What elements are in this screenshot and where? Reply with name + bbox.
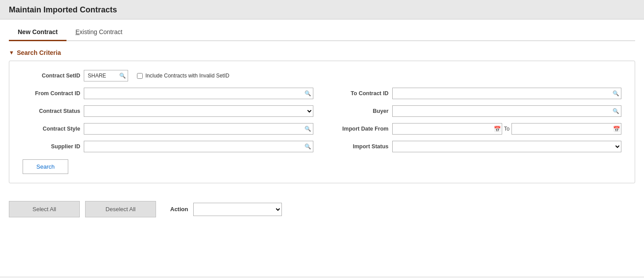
select-all-button[interactable]: Select All bbox=[9, 201, 80, 217]
search-button-row: Search bbox=[23, 159, 621, 174]
buyer-field[interactable]: 🔍 bbox=[392, 105, 622, 117]
supplier-id-label: Supplier ID bbox=[23, 143, 80, 150]
page-title: Maintain Imported Contracts bbox=[9, 5, 635, 15]
contract-style-search-button[interactable]: 🔍 bbox=[303, 125, 313, 133]
include-invalid-label: Include Contracts with Invalid SetID bbox=[145, 73, 229, 79]
to-contract-id-row: To Contract ID 🔍 bbox=[331, 88, 622, 99]
contract-style-field[interactable]: 🔍 bbox=[84, 123, 313, 135]
from-contract-id-field[interactable]: 🔍 bbox=[84, 88, 313, 99]
from-contract-id-label: From Contract ID bbox=[23, 90, 80, 97]
chevron-down-icon: ▼ bbox=[9, 50, 14, 56]
contract-setid-field[interactable]: SHARE 🔍 bbox=[84, 70, 128, 81]
from-contract-id-row: From Contract ID 🔍 bbox=[23, 88, 313, 99]
import-date-from-label: Import Date From bbox=[331, 126, 389, 132]
search-panel: Contract SetID SHARE 🔍 Include Contracts… bbox=[9, 61, 635, 183]
supplier-id-input[interactable] bbox=[84, 141, 303, 152]
buyer-input[interactable] bbox=[393, 106, 611, 116]
include-invalid-row: Include Contracts with Invalid SetID bbox=[137, 73, 229, 79]
tab-new-contract[interactable]: New Contract bbox=[9, 24, 66, 41]
contract-setid-value: SHARE bbox=[86, 73, 119, 79]
import-date-to-separator: To bbox=[504, 126, 510, 132]
supplier-id-row: Supplier ID 🔍 bbox=[23, 141, 313, 152]
contract-status-select[interactable] bbox=[84, 105, 313, 117]
form-grid: From Contract ID 🔍 To Contract ID 🔍 Cont… bbox=[23, 88, 621, 152]
contract-style-input[interactable] bbox=[84, 124, 303, 134]
contract-style-label: Contract Style bbox=[23, 126, 80, 132]
buyer-row: Buyer 🔍 bbox=[331, 105, 622, 117]
import-date-to-field[interactable]: 📅 bbox=[511, 123, 621, 135]
bottom-bar: Select All Deselect All Action bbox=[9, 197, 635, 222]
import-date-to-calendar-button[interactable]: 📅 bbox=[613, 126, 620, 132]
tabs-bar: New Contract Existing Contract bbox=[9, 19, 635, 41]
action-select[interactable] bbox=[193, 203, 282, 216]
to-contract-id-field[interactable]: 🔍 bbox=[392, 88, 622, 99]
from-contract-id-search-button[interactable]: 🔍 bbox=[303, 89, 313, 97]
page-header: Maintain Imported Contracts bbox=[0, 0, 644, 19]
import-date-from-calendar-button[interactable]: 📅 bbox=[494, 126, 501, 132]
buyer-label: Buyer bbox=[331, 108, 389, 114]
contract-setid-label: Contract SetID bbox=[23, 73, 80, 79]
to-contract-id-label: To Contract ID bbox=[331, 90, 389, 97]
contract-setid-group: Contract SetID SHARE 🔍 bbox=[23, 70, 128, 81]
contract-style-row: Contract Style 🔍 bbox=[23, 123, 313, 135]
import-date-row: Import Date From 📅 To 📅 bbox=[331, 123, 622, 135]
search-criteria-header[interactable]: ▼ Search Criteria bbox=[9, 49, 635, 56]
main-content: New Contract Existing Contract ▼ Search … bbox=[0, 19, 644, 276]
import-date-range: 📅 To 📅 bbox=[392, 123, 622, 135]
supplier-id-field[interactable]: 🔍 bbox=[84, 141, 313, 152]
setid-row: Contract SetID SHARE 🔍 Include Contracts… bbox=[23, 70, 621, 81]
buyer-search-button[interactable]: 🔍 bbox=[611, 107, 621, 115]
to-contract-id-search-button[interactable]: 🔍 bbox=[611, 89, 621, 97]
action-label: Action bbox=[170, 206, 188, 212]
tab-existing-contract[interactable]: Existing Contract bbox=[66, 24, 131, 41]
import-date-from-input[interactable] bbox=[394, 126, 494, 132]
contract-status-label: Contract Status bbox=[23, 108, 80, 114]
import-status-label: Import Status bbox=[331, 143, 389, 150]
import-date-from-field[interactable]: 📅 bbox=[392, 123, 502, 135]
import-status-select[interactable] bbox=[392, 141, 622, 152]
to-contract-id-input[interactable] bbox=[393, 88, 611, 99]
contract-status-row: Contract Status bbox=[23, 105, 313, 117]
import-status-row: Import Status bbox=[331, 141, 622, 152]
supplier-id-search-button[interactable]: 🔍 bbox=[303, 143, 313, 151]
from-contract-id-input[interactable] bbox=[84, 88, 303, 99]
search-button[interactable]: Search bbox=[23, 159, 68, 174]
include-invalid-checkbox[interactable] bbox=[137, 73, 143, 79]
contract-setid-search-button[interactable]: 🔍 bbox=[119, 73, 126, 79]
import-date-to-input[interactable] bbox=[513, 126, 613, 132]
deselect-all-button[interactable]: Deselect All bbox=[85, 201, 156, 217]
